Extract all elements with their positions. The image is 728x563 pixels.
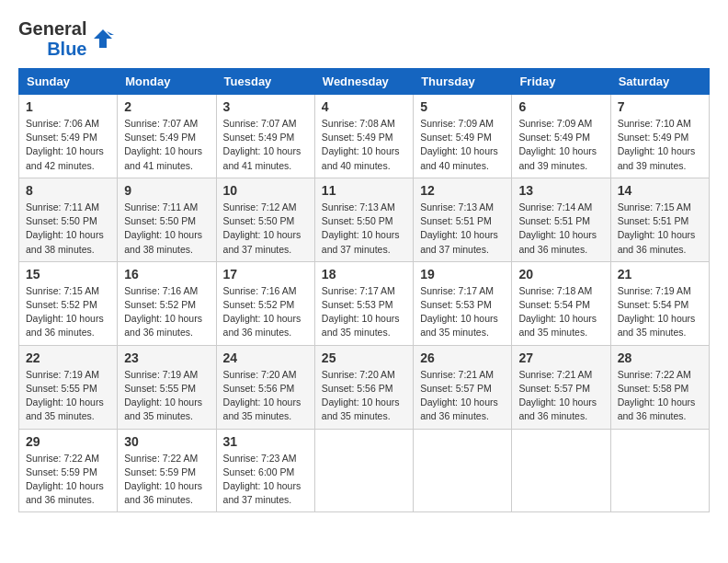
calendar-header-wednesday: Wednesday <box>314 69 413 95</box>
calendar-week-2: 8 Sunrise: 7:11 AMSunset: 5:50 PMDayligh… <box>19 178 710 261</box>
calendar-week-1: 1 Sunrise: 7:06 AMSunset: 5:49 PMDayligh… <box>19 95 710 178</box>
day-info: Sunrise: 7:21 AMSunset: 5:57 PMDaylight:… <box>420 369 498 422</box>
logo-icon <box>90 26 116 52</box>
day-info: Sunrise: 7:12 AMSunset: 5:50 PMDaylight:… <box>223 201 301 255</box>
day-number: 26 <box>420 350 505 365</box>
day-number: 11 <box>322 183 406 198</box>
day-cell-10: 10 Sunrise: 7:12 AMSunset: 5:50 PMDaylig… <box>216 178 314 261</box>
page-header: General Blue <box>18 18 710 59</box>
day-cell-26: 26 Sunrise: 7:21 AMSunset: 5:57 PMDaylig… <box>414 345 512 429</box>
day-number: 25 <box>322 350 406 365</box>
day-number: 23 <box>124 350 209 365</box>
day-info: Sunrise: 7:14 AMSunset: 5:51 PMDaylight:… <box>518 201 597 255</box>
day-cell-16: 16 Sunrise: 7:16 AMSunset: 5:52 PMDaylig… <box>118 261 216 345</box>
day-cell-1: 1 Sunrise: 7:06 AMSunset: 5:49 PMDayligh… <box>19 95 118 178</box>
day-cell-21: 21 Sunrise: 7:19 AMSunset: 5:54 PMDaylig… <box>610 261 709 345</box>
day-number: 18 <box>322 267 406 282</box>
day-info: Sunrise: 7:08 AMSunset: 5:49 PMDaylight:… <box>322 118 400 171</box>
day-cell-18: 18 Sunrise: 7:17 AMSunset: 5:53 PMDaylig… <box>314 261 413 345</box>
day-cell-3: 3 Sunrise: 7:07 AMSunset: 5:49 PMDayligh… <box>216 95 314 178</box>
day-number: 16 <box>124 267 209 282</box>
day-number: 13 <box>518 183 603 198</box>
day-info: Sunrise: 7:13 AMSunset: 5:51 PMDaylight:… <box>420 201 498 255</box>
day-number: 30 <box>124 434 209 449</box>
day-info: Sunrise: 7:22 AMSunset: 5:58 PMDaylight:… <box>618 369 696 422</box>
calendar-week-3: 15 Sunrise: 7:15 AMSunset: 5:52 PMDaylig… <box>19 261 710 345</box>
day-cell-17: 17 Sunrise: 7:16 AMSunset: 5:52 PMDaylig… <box>216 261 314 345</box>
calendar-header-monday: Monday <box>118 69 216 95</box>
logo-blue: Blue <box>47 39 86 59</box>
day-cell-9: 9 Sunrise: 7:11 AMSunset: 5:50 PMDayligh… <box>118 178 216 261</box>
calendar-header-row: SundayMondayTuesdayWednesdayThursdayFrid… <box>19 69 710 95</box>
day-cell-23: 23 Sunrise: 7:19 AMSunset: 5:55 PMDaylig… <box>118 345 216 429</box>
calendar-table: SundayMondayTuesdayWednesdayThursdayFrid… <box>18 68 710 512</box>
day-info: Sunrise: 7:17 AMSunset: 5:53 PMDaylight:… <box>420 285 498 339</box>
day-number: 7 <box>618 99 702 114</box>
day-number: 3 <box>223 99 308 114</box>
day-cell-29: 29 Sunrise: 7:22 AMSunset: 5:59 PMDaylig… <box>19 429 118 512</box>
day-info: Sunrise: 7:19 AMSunset: 5:54 PMDaylight:… <box>618 285 696 339</box>
day-cell-27: 27 Sunrise: 7:21 AMSunset: 5:57 PMDaylig… <box>512 345 610 429</box>
day-number: 6 <box>518 99 603 114</box>
day-cell-2: 2 Sunrise: 7:07 AMSunset: 5:49 PMDayligh… <box>118 95 216 178</box>
day-number: 4 <box>322 99 406 114</box>
day-cell-19: 19 Sunrise: 7:17 AMSunset: 5:53 PMDaylig… <box>414 261 512 345</box>
day-number: 19 <box>420 267 505 282</box>
day-info: Sunrise: 7:21 AMSunset: 5:57 PMDaylight:… <box>518 369 597 422</box>
day-info: Sunrise: 7:09 AMSunset: 5:49 PMDaylight:… <box>518 118 597 171</box>
day-number: 8 <box>26 183 110 198</box>
day-info: Sunrise: 7:16 AMSunset: 5:52 PMDaylight:… <box>124 285 202 339</box>
day-info: Sunrise: 7:11 AMSunset: 5:50 PMDaylight:… <box>124 201 202 255</box>
day-info: Sunrise: 7:07 AMSunset: 5:49 PMDaylight:… <box>223 118 301 171</box>
calendar-week-4: 22 Sunrise: 7:19 AMSunset: 5:55 PMDaylig… <box>19 345 710 429</box>
day-info: Sunrise: 7:23 AMSunset: 6:00 PMDaylight:… <box>223 453 301 506</box>
calendar-header-thursday: Thursday <box>414 69 512 95</box>
day-cell-15: 15 Sunrise: 7:15 AMSunset: 5:52 PMDaylig… <box>19 261 118 345</box>
day-cell-7: 7 Sunrise: 7:10 AMSunset: 5:49 PMDayligh… <box>610 95 709 178</box>
day-number: 14 <box>618 183 702 198</box>
empty-cell <box>414 429 512 512</box>
day-number: 28 <box>618 350 702 365</box>
day-number: 24 <box>223 350 308 365</box>
day-number: 17 <box>223 267 308 282</box>
day-number: 12 <box>420 183 505 198</box>
day-number: 5 <box>420 99 505 114</box>
day-cell-12: 12 Sunrise: 7:13 AMSunset: 5:51 PMDaylig… <box>414 178 512 261</box>
day-info: Sunrise: 7:19 AMSunset: 5:55 PMDaylight:… <box>124 369 202 422</box>
calendar-header-saturday: Saturday <box>610 69 709 95</box>
day-info: Sunrise: 7:16 AMSunset: 5:52 PMDaylight:… <box>223 285 301 339</box>
day-number: 21 <box>618 267 702 282</box>
day-number: 2 <box>124 99 209 114</box>
day-cell-30: 30 Sunrise: 7:22 AMSunset: 5:59 PMDaylig… <box>118 429 216 512</box>
day-number: 29 <box>26 434 110 449</box>
day-info: Sunrise: 7:07 AMSunset: 5:49 PMDaylight:… <box>124 118 202 171</box>
day-cell-11: 11 Sunrise: 7:13 AMSunset: 5:50 PMDaylig… <box>314 178 413 261</box>
day-cell-5: 5 Sunrise: 7:09 AMSunset: 5:49 PMDayligh… <box>414 95 512 178</box>
day-cell-28: 28 Sunrise: 7:22 AMSunset: 5:58 PMDaylig… <box>610 345 709 429</box>
calendar-body: 1 Sunrise: 7:06 AMSunset: 5:49 PMDayligh… <box>19 95 710 512</box>
day-number: 27 <box>518 350 603 365</box>
day-info: Sunrise: 7:09 AMSunset: 5:49 PMDaylight:… <box>420 118 498 171</box>
calendar-header-tuesday: Tuesday <box>216 69 314 95</box>
day-cell-20: 20 Sunrise: 7:18 AMSunset: 5:54 PMDaylig… <box>512 261 610 345</box>
empty-cell <box>314 429 413 512</box>
day-info: Sunrise: 7:11 AMSunset: 5:50 PMDaylight:… <box>26 201 104 255</box>
day-info: Sunrise: 7:15 AMSunset: 5:51 PMDaylight:… <box>618 201 696 255</box>
day-cell-25: 25 Sunrise: 7:20 AMSunset: 5:56 PMDaylig… <box>314 345 413 429</box>
day-number: 31 <box>223 434 308 449</box>
day-cell-24: 24 Sunrise: 7:20 AMSunset: 5:56 PMDaylig… <box>216 345 314 429</box>
day-cell-13: 13 Sunrise: 7:14 AMSunset: 5:51 PMDaylig… <box>512 178 610 261</box>
calendar-header-friday: Friday <box>512 69 610 95</box>
day-info: Sunrise: 7:19 AMSunset: 5:55 PMDaylight:… <box>26 369 104 422</box>
calendar-week-5: 29 Sunrise: 7:22 AMSunset: 5:59 PMDaylig… <box>19 429 710 512</box>
day-info: Sunrise: 7:10 AMSunset: 5:49 PMDaylight:… <box>618 118 696 171</box>
day-info: Sunrise: 7:15 AMSunset: 5:52 PMDaylight:… <box>26 285 104 339</box>
day-cell-14: 14 Sunrise: 7:15 AMSunset: 5:51 PMDaylig… <box>610 178 709 261</box>
day-info: Sunrise: 7:17 AMSunset: 5:53 PMDaylight:… <box>322 285 400 339</box>
day-cell-4: 4 Sunrise: 7:08 AMSunset: 5:49 PMDayligh… <box>314 95 413 178</box>
day-number: 15 <box>26 267 110 282</box>
day-number: 22 <box>26 350 110 365</box>
day-cell-22: 22 Sunrise: 7:19 AMSunset: 5:55 PMDaylig… <box>19 345 118 429</box>
day-cell-6: 6 Sunrise: 7:09 AMSunset: 5:49 PMDayligh… <box>512 95 610 178</box>
day-info: Sunrise: 7:13 AMSunset: 5:50 PMDaylight:… <box>322 201 400 255</box>
